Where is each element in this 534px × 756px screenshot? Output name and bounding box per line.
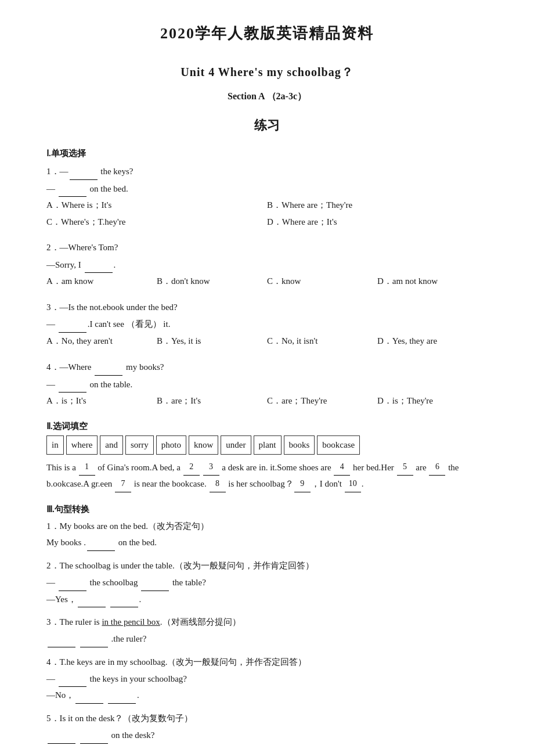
t2-original: 2．The schoolbag is under the table.（改为一般… [46,558,488,574]
fill-passage: This is a 1 of Gina's room.A bed, a 2 3 … [46,459,488,492]
q4-line2: — on the table. [46,376,488,393]
t2-line1: — the schoolbag the table? [46,574,488,591]
t2-line2: —Yes， . [46,591,488,608]
q3-line1: 3．—Is the not.ebook under the bed? [46,299,488,316]
unit-title: Unit 4 Where's my schoolbag？ [46,64,488,80]
transform-q4: 4．T.he keys are in my schoolbag.（改为一般疑问句… [46,654,488,704]
question-4: 4．—Where my books? — on the table. A．is；… [46,358,488,409]
t5-line1: on the desk? [46,727,488,744]
q1-line1: 1．— the keys? [46,163,488,180]
t1-answer: My books . on the bed. [46,534,488,551]
section1-label: Ⅰ.单项选择 [46,148,488,159]
question-3: 3．—Is the not.ebook under the bed? — .I … [46,299,488,350]
t3-original: 3．The ruler is in the pencil box.（对画线部分提… [46,614,488,631]
t1-original: 1．My books are on the bed.（改为否定句） [46,519,488,535]
t4-line1: — the keys in your schoolbag? [46,671,488,687]
practice-title: 练习 [46,117,488,134]
q1-options2: C．Where's；T.hey're D．Where are；It's [46,214,488,231]
q4-line1: 4．—Where my books? [46,358,488,376]
word-bank: inwhereandsorryphotoknowunderplantbooksb… [46,435,488,455]
q2-line2: —Sorry, I . [46,256,488,273]
q1-line2: — on the bed. [46,180,488,197]
t3-line1: .the ruler? [46,631,488,647]
section2: Ⅱ.选词填空 inwhereandsorryphotoknowunderplan… [46,421,488,492]
q2-options: A．am know B．don't know C．know D．am not k… [46,273,488,290]
transform-q3: 3．The ruler is in the pencil box.（对画线部分提… [46,614,488,647]
t4-line2: —No， . [46,687,488,704]
question-2: 2．—Where's Tom? —Sorry, I . A．am know B．… [46,239,488,290]
q1-options: A．Where is；It's B．Where are；They're [46,197,488,214]
section-title: Section A （2a-3c） [46,91,488,103]
q4-options: A．is；It's B．are；It's C．are；They're D．is；… [46,393,488,409]
transform-q2: 2．The schoolbag is under the table.（改为一般… [46,558,488,607]
transform-q5: 5．Is it on the desk？（改为复数句子） on the desk… [46,711,488,744]
question-1: 1．— the keys? — on the bed. A．Where is；I… [46,163,488,230]
main-title: 2020学年人教版英语精品资料 [46,23,488,44]
t5-original: 5．Is it on the desk？（改为复数句子） [46,711,488,727]
q3-line2: — .I can't see （看见） it. [46,315,488,333]
section2-label: Ⅱ.选词填空 [46,421,488,432]
section3: Ⅲ.句型转换 1．My books are on the bed.（改为否定句）… [46,504,488,744]
section3-label: Ⅲ.句型转换 [46,504,488,515]
t4-original: 4．T.he keys are in my schoolbag.（改为一般疑问句… [46,654,488,671]
section1: Ⅰ.单项选择 1．— the keys? — on the bed. A．Whe… [46,148,488,409]
q2-line1: 2．—Where's Tom? [46,239,488,256]
q3-options: A．No, they aren't B．Yes, it is C．No, it … [46,333,488,350]
transform-q1: 1．My books are on the bed.（改为否定句） My boo… [46,519,488,552]
